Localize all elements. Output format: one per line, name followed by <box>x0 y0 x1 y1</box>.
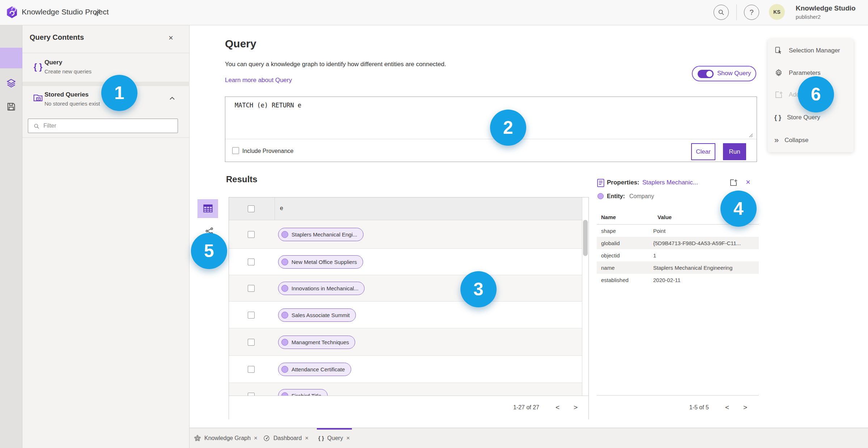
user-name: Knowledge Studio <box>796 4 856 12</box>
annotation-4: 4 <box>720 191 757 227</box>
entity-pill[interactable]: Staplers Mechanical Engi... <box>278 228 363 241</box>
property-row: globalid {5D9B4713-F98D-4A53-A59F-C11... <box>597 237 759 249</box>
properties-icon <box>597 179 605 187</box>
results-heading: Results <box>226 174 258 184</box>
resize-handle-icon[interactable] <box>748 132 753 137</box>
row-checkbox[interactable] <box>248 366 255 373</box>
user-avatar[interactable]: KS <box>769 4 785 20</box>
save-icon[interactable] <box>6 102 16 112</box>
entity-label: Managment Techniques <box>292 339 349 345</box>
entity-dot-icon <box>281 366 288 373</box>
panel-close-icon[interactable]: × <box>169 33 173 43</box>
show-query-toggle[interactable]: Show Query <box>692 66 756 81</box>
properties-label: Properties: <box>607 179 639 186</box>
entity-dot-icon <box>281 339 288 346</box>
row-checkbox[interactable] <box>248 339 255 346</box>
select-all-checkbox[interactable] <box>248 205 255 212</box>
prev-page-icon[interactable]: < <box>556 404 559 411</box>
next-page-icon[interactable]: > <box>574 404 578 411</box>
tab-query[interactable]: { } Query × <box>318 428 350 448</box>
table-row-clipped: Firebird Title <box>229 383 582 396</box>
edit-title-icon[interactable] <box>93 9 101 17</box>
action-label: Store Query <box>787 114 820 121</box>
entity-label: Firebird Title <box>292 393 322 396</box>
stored-queries-subtitle: No stored queries exist <box>44 101 100 107</box>
top-header: Knowledge Studio Project ? KS Knowledge … <box>0 0 868 25</box>
prev-page-icon[interactable]: < <box>725 404 729 411</box>
help-button[interactable]: ? <box>744 5 759 20</box>
filter-input[interactable] <box>43 119 175 133</box>
next-page-icon[interactable]: > <box>743 404 747 411</box>
prop-name: established <box>597 277 653 283</box>
action-label: Parameters <box>789 69 821 77</box>
run-button[interactable]: Run <box>723 143 746 160</box>
add-to-selection-icon[interactable] <box>729 178 738 187</box>
annotation-1: 1 <box>101 75 137 111</box>
divider <box>597 395 759 396</box>
annotation-6: 6 <box>798 76 834 112</box>
entity-label: Attendance Certificate <box>292 366 345 372</box>
table-row: New Metal Office Suppliers <box>229 249 582 275</box>
clear-button[interactable]: Clear <box>691 143 715 160</box>
stored-queries-filter <box>28 119 178 133</box>
query-text[interactable]: MATCH (e) RETURN e <box>235 102 301 109</box>
prop-name: name <box>597 265 653 271</box>
entity-pill[interactable]: Sales Associate Summit <box>278 308 356 322</box>
prop-name: globalid <box>597 240 653 246</box>
results-table-header: e <box>229 197 582 220</box>
tab-close-icon[interactable]: × <box>305 435 309 442</box>
knowledge-studio-app: Knowledge Studio Project ? KS Knowledge … <box>0 0 868 448</box>
search-button[interactable] <box>714 5 729 20</box>
entity-pill[interactable]: Attendance Certificate <box>278 363 351 376</box>
stored-queries-icon <box>33 92 43 103</box>
left-icon-rail: » <box>0 25 22 448</box>
show-query-label: Show Query <box>717 70 751 77</box>
row-checkbox[interactable] <box>248 231 255 238</box>
action-collapse[interactable]: » Collapse <box>774 135 808 145</box>
entity-label: Entity: <box>607 193 625 200</box>
entity-label: Staplers Mechanical Engi... <box>292 231 357 238</box>
tab-label: Dashboard <box>273 435 302 441</box>
property-row: shape Point <box>597 225 759 237</box>
row-checkbox[interactable] <box>248 312 255 319</box>
property-row: established 2020-02-11 <box>597 274 759 286</box>
entity-label: Innovations in Mechanical... <box>292 285 358 291</box>
row-checkbox[interactable] <box>248 285 255 292</box>
include-provenance-checkbox[interactable] <box>232 147 239 154</box>
header-divider <box>736 4 737 20</box>
action-store-query[interactable]: { } Store Query <box>774 112 820 123</box>
entity-pill[interactable]: Managment Techniques <box>278 336 355 349</box>
prop-value: 2020-02-11 <box>653 277 754 283</box>
table-row: Managment Techniques <box>229 328 582 356</box>
entity-pill[interactable]: New Metal Office Suppliers <box>278 255 363 269</box>
toggle-track <box>698 70 714 78</box>
tab-knowledge-graph[interactable]: Knowledge Graph × <box>194 428 258 448</box>
row-checkbox[interactable] <box>248 393 255 396</box>
properties-entity-link[interactable]: Staplers Mechanic... <box>642 179 698 186</box>
tab-close-icon[interactable]: × <box>254 435 258 442</box>
table-row: Staplers Mechanical Engi... <box>229 220 582 249</box>
action-label: Collapse <box>784 137 808 144</box>
table-view-button[interactable] <box>197 199 218 218</box>
chevron-up-icon[interactable] <box>169 96 175 101</box>
scrollbar-divider <box>582 197 582 396</box>
braces-icon: { } <box>34 62 42 72</box>
properties-close-icon[interactable]: × <box>746 178 750 187</box>
entity-type: Company <box>629 193 654 200</box>
table-row: Innovations in Mechanical... <box>229 275 582 302</box>
annotation-3: 3 <box>460 271 497 307</box>
learn-more-link[interactable]: Learn more about Query <box>225 77 292 84</box>
tab-label: Query <box>327 435 343 441</box>
action-selection-manager[interactable]: Selection Manager <box>774 46 840 56</box>
tab-close-icon[interactable]: × <box>346 435 350 442</box>
property-row: name Staplers Mechanical Engineering <box>597 261 759 274</box>
row-checkbox[interactable] <box>248 259 255 265</box>
scrollbar-thumb[interactable] <box>583 220 588 256</box>
braces-icon: { } <box>318 435 324 441</box>
entity-pill[interactable]: Firebird Title <box>278 389 328 396</box>
contents-layers-icon[interactable] <box>6 78 16 88</box>
entity-pill[interactable]: Innovations in Mechanical... <box>278 282 365 295</box>
app-logo-icon[interactable] <box>7 6 17 18</box>
braces-icon: { } <box>774 114 781 121</box>
tab-dashboard[interactable]: Dashboard × <box>263 428 309 448</box>
